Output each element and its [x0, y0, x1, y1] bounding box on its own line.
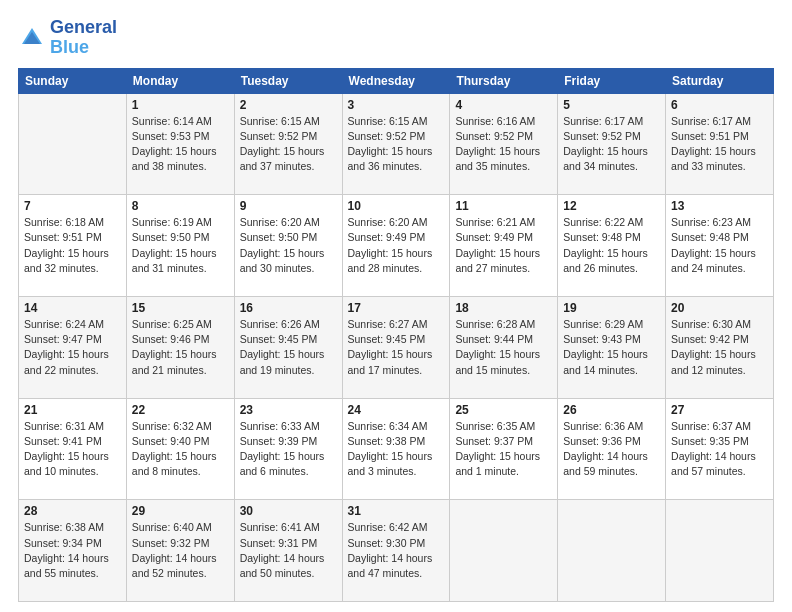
day-info: Sunrise: 6:33 AM Sunset: 9:39 PM Dayligh…: [240, 419, 337, 480]
logo: General Blue: [18, 18, 117, 58]
calendar-cell: 11Sunrise: 6:21 AM Sunset: 9:49 PM Dayli…: [450, 195, 558, 297]
calendar-cell: 5Sunrise: 6:17 AM Sunset: 9:52 PM Daylig…: [558, 93, 666, 195]
calendar-cell: 30Sunrise: 6:41 AM Sunset: 9:31 PM Dayli…: [234, 500, 342, 602]
calendar-cell: 22Sunrise: 6:32 AM Sunset: 9:40 PM Dayli…: [126, 398, 234, 500]
calendar-cell: 8Sunrise: 6:19 AM Sunset: 9:50 PM Daylig…: [126, 195, 234, 297]
day-number: 21: [24, 403, 121, 417]
day-info: Sunrise: 6:28 AM Sunset: 9:44 PM Dayligh…: [455, 317, 552, 378]
calendar-body: 1Sunrise: 6:14 AM Sunset: 9:53 PM Daylig…: [19, 93, 774, 601]
calendar-cell: [558, 500, 666, 602]
calendar-cell: 17Sunrise: 6:27 AM Sunset: 9:45 PM Dayli…: [342, 296, 450, 398]
day-info: Sunrise: 6:34 AM Sunset: 9:38 PM Dayligh…: [348, 419, 445, 480]
day-number: 20: [671, 301, 768, 315]
day-number: 1: [132, 98, 229, 112]
day-info: Sunrise: 6:19 AM Sunset: 9:50 PM Dayligh…: [132, 215, 229, 276]
logo-text: General Blue: [50, 18, 117, 58]
day-info: Sunrise: 6:37 AM Sunset: 9:35 PM Dayligh…: [671, 419, 768, 480]
day-number: 26: [563, 403, 660, 417]
day-number: 30: [240, 504, 337, 518]
day-number: 22: [132, 403, 229, 417]
calendar-cell: 18Sunrise: 6:28 AM Sunset: 9:44 PM Dayli…: [450, 296, 558, 398]
calendar-cell: 15Sunrise: 6:25 AM Sunset: 9:46 PM Dayli…: [126, 296, 234, 398]
day-number: 6: [671, 98, 768, 112]
calendar-cell: 14Sunrise: 6:24 AM Sunset: 9:47 PM Dayli…: [19, 296, 127, 398]
day-number: 2: [240, 98, 337, 112]
day-number: 18: [455, 301, 552, 315]
column-header-tuesday: Tuesday: [234, 68, 342, 93]
day-number: 24: [348, 403, 445, 417]
day-number: 28: [24, 504, 121, 518]
calendar-cell: 27Sunrise: 6:37 AM Sunset: 9:35 PM Dayli…: [666, 398, 774, 500]
day-info: Sunrise: 6:20 AM Sunset: 9:50 PM Dayligh…: [240, 215, 337, 276]
calendar-cell: 29Sunrise: 6:40 AM Sunset: 9:32 PM Dayli…: [126, 500, 234, 602]
calendar-cell: 10Sunrise: 6:20 AM Sunset: 9:49 PM Dayli…: [342, 195, 450, 297]
day-info: Sunrise: 6:23 AM Sunset: 9:48 PM Dayligh…: [671, 215, 768, 276]
day-number: 16: [240, 301, 337, 315]
day-number: 19: [563, 301, 660, 315]
day-number: 23: [240, 403, 337, 417]
day-info: Sunrise: 6:16 AM Sunset: 9:52 PM Dayligh…: [455, 114, 552, 175]
day-info: Sunrise: 6:32 AM Sunset: 9:40 PM Dayligh…: [132, 419, 229, 480]
header: General Blue: [18, 18, 774, 58]
header-row: SundayMondayTuesdayWednesdayThursdayFrid…: [19, 68, 774, 93]
day-info: Sunrise: 6:14 AM Sunset: 9:53 PM Dayligh…: [132, 114, 229, 175]
day-info: Sunrise: 6:17 AM Sunset: 9:52 PM Dayligh…: [563, 114, 660, 175]
calendar-cell: 3Sunrise: 6:15 AM Sunset: 9:52 PM Daylig…: [342, 93, 450, 195]
day-info: Sunrise: 6:21 AM Sunset: 9:49 PM Dayligh…: [455, 215, 552, 276]
day-info: Sunrise: 6:22 AM Sunset: 9:48 PM Dayligh…: [563, 215, 660, 276]
calendar-week-4: 21Sunrise: 6:31 AM Sunset: 9:41 PM Dayli…: [19, 398, 774, 500]
day-number: 29: [132, 504, 229, 518]
calendar-week-5: 28Sunrise: 6:38 AM Sunset: 9:34 PM Dayli…: [19, 500, 774, 602]
day-info: Sunrise: 6:27 AM Sunset: 9:45 PM Dayligh…: [348, 317, 445, 378]
day-info: Sunrise: 6:36 AM Sunset: 9:36 PM Dayligh…: [563, 419, 660, 480]
day-info: Sunrise: 6:35 AM Sunset: 9:37 PM Dayligh…: [455, 419, 552, 480]
calendar-cell: [450, 500, 558, 602]
column-header-wednesday: Wednesday: [342, 68, 450, 93]
day-info: Sunrise: 6:41 AM Sunset: 9:31 PM Dayligh…: [240, 520, 337, 581]
day-number: 9: [240, 199, 337, 213]
column-header-friday: Friday: [558, 68, 666, 93]
day-number: 4: [455, 98, 552, 112]
day-number: 10: [348, 199, 445, 213]
calendar-week-1: 1Sunrise: 6:14 AM Sunset: 9:53 PM Daylig…: [19, 93, 774, 195]
day-number: 11: [455, 199, 552, 213]
calendar-cell: 12Sunrise: 6:22 AM Sunset: 9:48 PM Dayli…: [558, 195, 666, 297]
calendar-cell: 16Sunrise: 6:26 AM Sunset: 9:45 PM Dayli…: [234, 296, 342, 398]
calendar-cell: 6Sunrise: 6:17 AM Sunset: 9:51 PM Daylig…: [666, 93, 774, 195]
day-info: Sunrise: 6:29 AM Sunset: 9:43 PM Dayligh…: [563, 317, 660, 378]
calendar-cell: 31Sunrise: 6:42 AM Sunset: 9:30 PM Dayli…: [342, 500, 450, 602]
day-number: 31: [348, 504, 445, 518]
calendar-cell: 26Sunrise: 6:36 AM Sunset: 9:36 PM Dayli…: [558, 398, 666, 500]
column-header-thursday: Thursday: [450, 68, 558, 93]
day-number: 3: [348, 98, 445, 112]
day-number: 8: [132, 199, 229, 213]
day-info: Sunrise: 6:25 AM Sunset: 9:46 PM Dayligh…: [132, 317, 229, 378]
calendar-cell: 25Sunrise: 6:35 AM Sunset: 9:37 PM Dayli…: [450, 398, 558, 500]
day-info: Sunrise: 6:26 AM Sunset: 9:45 PM Dayligh…: [240, 317, 337, 378]
calendar-cell: 13Sunrise: 6:23 AM Sunset: 9:48 PM Dayli…: [666, 195, 774, 297]
calendar-cell: 21Sunrise: 6:31 AM Sunset: 9:41 PM Dayli…: [19, 398, 127, 500]
calendar-cell: 20Sunrise: 6:30 AM Sunset: 9:42 PM Dayli…: [666, 296, 774, 398]
day-number: 17: [348, 301, 445, 315]
day-info: Sunrise: 6:38 AM Sunset: 9:34 PM Dayligh…: [24, 520, 121, 581]
calendar-header: SundayMondayTuesdayWednesdayThursdayFrid…: [19, 68, 774, 93]
day-info: Sunrise: 6:31 AM Sunset: 9:41 PM Dayligh…: [24, 419, 121, 480]
day-info: Sunrise: 6:18 AM Sunset: 9:51 PM Dayligh…: [24, 215, 121, 276]
calendar-week-2: 7Sunrise: 6:18 AM Sunset: 9:51 PM Daylig…: [19, 195, 774, 297]
calendar-week-3: 14Sunrise: 6:24 AM Sunset: 9:47 PM Dayli…: [19, 296, 774, 398]
calendar-cell: [19, 93, 127, 195]
calendar-cell: 23Sunrise: 6:33 AM Sunset: 9:39 PM Dayli…: [234, 398, 342, 500]
day-number: 25: [455, 403, 552, 417]
calendar-cell: 1Sunrise: 6:14 AM Sunset: 9:53 PM Daylig…: [126, 93, 234, 195]
day-number: 12: [563, 199, 660, 213]
calendar-cell: 7Sunrise: 6:18 AM Sunset: 9:51 PM Daylig…: [19, 195, 127, 297]
day-number: 27: [671, 403, 768, 417]
day-info: Sunrise: 6:30 AM Sunset: 9:42 PM Dayligh…: [671, 317, 768, 378]
column-header-sunday: Sunday: [19, 68, 127, 93]
column-header-monday: Monday: [126, 68, 234, 93]
day-number: 14: [24, 301, 121, 315]
calendar-cell: 4Sunrise: 6:16 AM Sunset: 9:52 PM Daylig…: [450, 93, 558, 195]
calendar-cell: [666, 500, 774, 602]
calendar-cell: 19Sunrise: 6:29 AM Sunset: 9:43 PM Dayli…: [558, 296, 666, 398]
column-header-saturday: Saturday: [666, 68, 774, 93]
